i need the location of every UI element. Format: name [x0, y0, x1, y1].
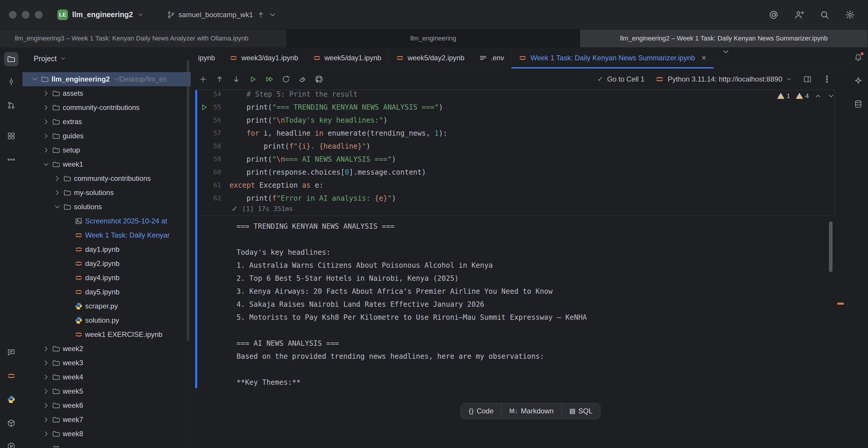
editor-tab[interactable]: ipynb — [191, 47, 222, 68]
branch-selector[interactable]: samuel_bootcamp_wk1 — [167, 11, 277, 19]
panel-scrollbar[interactable] — [187, 60, 189, 341]
mention-ai-icon[interactable] — [769, 10, 779, 20]
cell-type-markdown-button[interactable]: M↓Markdown — [501, 404, 561, 419]
tree-item[interactable]: week5 — [23, 384, 191, 398]
tree-item[interactable]: day5.ipynb — [23, 285, 191, 299]
chevron-right-icon[interactable] — [42, 146, 50, 154]
pull-requests-tool-icon[interactable] — [4, 98, 18, 112]
cell-type-code-button[interactable]: {}Code — [461, 404, 501, 419]
tree-item[interactable]: week3 — [23, 356, 191, 370]
notifications-tool-icon[interactable] — [851, 51, 865, 65]
tree-item[interactable]: scraper.py — [23, 299, 191, 313]
tree-item[interactable]: solutions — [23, 200, 191, 214]
output-scrollbar[interactable] — [829, 221, 833, 272]
editor-tab[interactable]: week5/day2.ipynb — [389, 47, 472, 68]
chevron-right-icon[interactable] — [53, 189, 61, 197]
chevron-right-icon[interactable] — [42, 387, 50, 395]
editor-tab[interactable]: week3/day1.ipynb — [222, 47, 305, 68]
structure-tool-icon[interactable] — [4, 129, 18, 143]
restart-kernel-icon[interactable] — [281, 75, 290, 84]
tree-item[interactable]: week8 — [23, 427, 191, 441]
prev-problem-icon[interactable] — [814, 92, 822, 100]
tab-overflow-icon[interactable] — [721, 47, 730, 56]
tree-item[interactable]: week1 EXERCISE.ipynb — [23, 327, 191, 342]
tree-item[interactable]: my-solutions — [23, 186, 191, 200]
chevron-right-icon[interactable] — [42, 401, 50, 410]
tree-item[interactable]: community-contributions — [23, 100, 191, 115]
tree-item[interactable]: llm_engineering2~/Desktop/llm_en — [23, 72, 191, 86]
chevron-right-icon[interactable] — [42, 415, 50, 424]
warning-badge[interactable]: 1 — [777, 92, 790, 100]
window-zoom-button[interactable] — [35, 11, 42, 19]
error-stripe-mark[interactable] — [837, 302, 844, 305]
tree-item[interactable]: day4.ipynb — [23, 271, 191, 285]
more-tool-icon[interactable] — [4, 153, 18, 167]
tree-item[interactable]: day2.ipynb — [23, 257, 191, 271]
window-tab[interactable]: llm_engineering2 – Week 1 Task: Daily Ke… — [580, 30, 868, 47]
code-editor[interactable]: 54 # Step 5: Print the result55 print("=… — [197, 90, 835, 205]
tree-item[interactable]: week1 — [23, 157, 191, 171]
chevron-right-icon[interactable] — [42, 430, 50, 438]
tree-item[interactable]: assets — [23, 86, 191, 100]
chevron-right-icon[interactable] — [42, 103, 50, 112]
ai-chat-tool-icon[interactable] — [4, 345, 18, 359]
warning-badge[interactable]: 4 — [796, 92, 809, 100]
tree-item[interactable]: Screenshot 2025-10-24 at — [23, 214, 191, 228]
split-editor-icon[interactable] — [803, 75, 812, 84]
tree-item[interactable]: week7 — [23, 413, 191, 427]
window-minimize-button[interactable] — [22, 11, 30, 19]
chevron-down-icon[interactable] — [31, 75, 39, 83]
project-folder-tool-icon[interactable] — [4, 52, 18, 66]
python-console-tool-icon[interactable] — [4, 392, 18, 407]
chevron-right-icon[interactable] — [42, 89, 50, 98]
tree-item[interactable]: guides — [23, 129, 191, 143]
goto-cell-button[interactable]: ✓ Go to Cell 1 — [597, 74, 645, 84]
chevron-right-icon[interactable] — [42, 118, 50, 126]
editor-tab[interactable]: week5/day1.ipynb — [306, 47, 389, 68]
add-cell-icon[interactable] — [199, 75, 208, 84]
window-tab[interactable]: llm_engineering — [287, 30, 580, 47]
run-tool-icon[interactable] — [4, 439, 18, 448]
tree-item[interactable]: solution.py — [23, 313, 191, 327]
tree-item[interactable]: week6 — [23, 398, 191, 413]
chevron-right-icon[interactable] — [53, 174, 61, 183]
chevron-down-icon[interactable] — [42, 160, 50, 168]
python-packages-tool-icon[interactable] — [4, 416, 18, 430]
tree-item[interactable]: day1.ipynb — [23, 242, 191, 257]
commit-tool-icon[interactable] — [4, 74, 18, 89]
run-cell-gutter-icon[interactable] — [199, 103, 209, 112]
tree-item[interactable]: week2 — [23, 342, 191, 356]
editor-tab[interactable]: .env — [472, 47, 512, 68]
clear-outputs-icon[interactable] — [298, 75, 307, 84]
tree-item[interactable]: week4 — [23, 370, 191, 384]
ai-assistant-tool-icon[interactable] — [851, 73, 865, 88]
chevron-right-icon[interactable] — [42, 132, 50, 140]
tree-item[interactable]: extras — [23, 115, 191, 129]
project-selector[interactable]: LE llm_engineering2 — [53, 6, 148, 23]
window-tab[interactable]: llm_engineering3 – Week 1 Task: Kenyan D… — [0, 30, 287, 47]
settings-gear-icon[interactable] — [845, 10, 855, 20]
move-cell-up-icon[interactable] — [215, 75, 224, 84]
search-icon[interactable] — [819, 10, 830, 20]
project-panel-header[interactable]: Project — [23, 47, 191, 70]
close-tab-icon[interactable]: × — [702, 54, 706, 62]
database-tool-icon[interactable] — [851, 97, 865, 111]
chevron-down-icon[interactable] — [53, 203, 61, 211]
add-user-icon[interactable] — [794, 10, 804, 20]
code-cell[interactable]: 54 # Step 5: Print the result55 print("=… — [197, 90, 835, 216]
interpreter-selector[interactable]: Python 3.11.14: http://localhost:8890 — [655, 75, 792, 84]
tree-item[interactable] — [23, 441, 191, 448]
run-cell-icon[interactable] — [248, 75, 257, 84]
run-all-cells-icon[interactable] — [265, 75, 274, 84]
editor-tab[interactable]: Week 1 Task: Daily Kenyan News Summarize… — [512, 47, 714, 68]
github-icon[interactable] — [315, 75, 323, 84]
tree-item[interactable]: setup — [23, 143, 191, 157]
notebook-tool-icon[interactable] — [4, 369, 18, 383]
more-options-icon[interactable] — [823, 75, 831, 84]
tree-item[interactable]: Week 1 Task: Daily Kenyar — [23, 228, 191, 242]
next-problem-icon[interactable] — [827, 92, 835, 100]
chevron-right-icon[interactable] — [42, 345, 50, 353]
move-cell-down-icon[interactable] — [232, 75, 241, 84]
chevron-right-icon[interactable] — [42, 359, 50, 367]
chevron-right-icon[interactable] — [42, 373, 50, 381]
